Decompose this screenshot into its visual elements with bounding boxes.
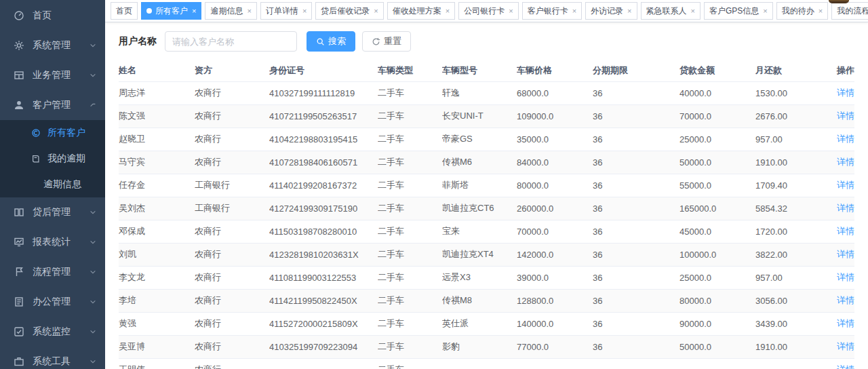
detail-link[interactable]: 详情 [837, 111, 854, 121]
close-icon[interactable]: × [691, 7, 695, 15]
sidebar-item-7[interactable]: 办公管理 [0, 287, 105, 317]
tab-12[interactable]: 我的流程× [831, 2, 868, 20]
sidebar-item-5[interactable]: 报表统计 [0, 227, 105, 257]
chart-icon [14, 237, 24, 248]
detail-link[interactable]: 详情 [837, 318, 854, 328]
table-cell: 3056.00 [755, 289, 829, 312]
table-cell: 410325199709223094 [269, 335, 378, 358]
table-row: 周志洋农商行410327199111112819二手车轩逸68000.03640… [119, 81, 854, 104]
search-field-label: 用户名称 [119, 35, 157, 47]
detail-link[interactable]: 详情 [837, 295, 854, 305]
tab-6[interactable]: 公司银行卡× [458, 2, 518, 20]
tab-7[interactable]: 客户银行卡× [522, 2, 582, 20]
close-icon[interactable]: × [247, 7, 251, 15]
sidebar-item-1[interactable]: 系统管理 [0, 31, 105, 60]
office-icon [14, 296, 24, 307]
table-row: 吴刘杰工商银行412724199309175190二手车凯迪拉克CT626000… [119, 197, 854, 220]
search-button[interactable]: 搜索 [307, 31, 355, 52]
sidebar-subitem-0[interactable]: 所有客户 [0, 120, 105, 146]
chevron-down-icon [89, 208, 97, 216]
table-cell: 马守宾 [119, 151, 195, 174]
tab-1[interactable]: 所有客户× [141, 2, 201, 20]
detail-link[interactable]: 详情 [837, 364, 854, 369]
sidebar-item-9[interactable]: 系统工具 [0, 347, 105, 369]
customers-table-wrap: 姓名资方身份证号车辆类型车辆型号车辆价格分期期限贷款金额月还款操作 周志洋农商行… [105, 60, 868, 369]
sidebar-item-8[interactable]: 系统监控 [0, 317, 105, 347]
table-cell [517, 358, 593, 369]
table-cell: 1720.00 [755, 220, 829, 243]
detail-link[interactable]: 详情 [837, 272, 854, 282]
table-cell-actions: 详情 [829, 81, 854, 104]
column-header: 车辆类型 [378, 60, 442, 81]
close-icon[interactable]: × [446, 7, 450, 15]
sidebar-item-label: 业务管理 [33, 69, 89, 81]
table-row: 马守宾农商行410728198406160571二手车传祺M684000.036… [119, 151, 854, 174]
tab-0[interactable]: 首页 [111, 2, 138, 20]
table-cell: 二手车 [378, 81, 442, 104]
tab-label: 订单详情 [266, 5, 298, 17]
close-icon[interactable]: × [302, 7, 307, 15]
table-cell: 36 [593, 174, 679, 197]
table-cell-actions: 详情 [829, 197, 854, 220]
avatar[interactable] [829, 0, 849, 3]
detail-link[interactable]: 详情 [837, 226, 854, 236]
detail-link[interactable]: 详情 [837, 180, 854, 190]
column-header: 操作 [829, 60, 854, 81]
sidebar-item-6[interactable]: 流程管理 [0, 257, 105, 287]
detail-link[interactable]: 详情 [837, 341, 854, 351]
tab-4[interactable]: 贷后催收记录× [315, 2, 383, 20]
table-cell: 36 [593, 151, 679, 174]
sidebar-item-label: 流程管理 [33, 266, 89, 278]
table-cell-actions: 详情 [829, 174, 854, 197]
table-cell-actions: 详情 [829, 220, 854, 243]
table-cell: 90000.0 [679, 312, 755, 335]
tab-5[interactable]: 催收处理方案× [387, 2, 455, 20]
table-cell-actions: 详情 [829, 312, 854, 335]
close-icon[interactable]: × [818, 7, 823, 15]
tab-label: 客户GPS信息 [709, 5, 759, 17]
detail-link[interactable]: 详情 [837, 157, 854, 167]
tab-10[interactable]: 客户GPS信息× [704, 2, 773, 20]
table-row: 王明伟农商行二手车详情 [119, 358, 854, 369]
detail-link[interactable]: 详情 [837, 203, 854, 213]
close-icon[interactable]: × [374, 7, 378, 15]
detail-link[interactable]: 详情 [837, 134, 854, 144]
table-cell: 农商行 [195, 289, 269, 312]
table-cell-actions: 详情 [829, 128, 854, 151]
sidebar-item-0[interactable]: 首页 [0, 1, 105, 31]
column-header: 车辆型号 [442, 60, 517, 81]
close-icon[interactable]: × [763, 7, 767, 15]
tab-2[interactable]: 逾期信息× [205, 2, 256, 20]
tab-label: 催收处理方案 [393, 5, 441, 17]
sidebar-subitem-2[interactable]: 逾期信息 [0, 172, 105, 197]
close-icon[interactable]: × [192, 7, 196, 15]
detail-link[interactable]: 详情 [837, 249, 854, 259]
column-header: 月还款 [755, 60, 829, 81]
table-cell: 3822.00 [755, 243, 829, 266]
close-icon[interactable]: × [509, 7, 513, 15]
chevron-down-icon [89, 298, 97, 306]
tab-8[interactable]: 外访记录× [585, 2, 637, 20]
table-cell: 957.00 [755, 128, 829, 151]
table-cell: 36 [593, 289, 679, 312]
sidebar-subitem-1[interactable]: 我的逾期 [0, 146, 105, 172]
chevron-down-icon [89, 268, 97, 276]
table-cell: 36 [593, 266, 679, 289]
table-cell: 二手车 [378, 104, 442, 128]
tab-3[interactable]: 订单详情× [260, 2, 312, 20]
reset-button[interactable]: 重置 [362, 31, 411, 52]
table-cell: 陈文强 [119, 104, 195, 128]
tab-11[interactable]: 我的待办× [776, 2, 828, 20]
close-icon[interactable]: × [627, 7, 631, 15]
table-cell: 25000.0 [679, 128, 755, 151]
tab-9[interactable]: 紧急联系人× [641, 2, 701, 20]
sidebar-item-2[interactable]: 业务管理 [0, 60, 105, 90]
table-row: 李培农商行41142119950822450X二手车传祺M8128800.036… [119, 289, 854, 312]
table-cell [593, 358, 679, 369]
close-icon[interactable]: × [572, 7, 576, 15]
sidebar-item-4[interactable]: 贷后管理 [0, 197, 105, 227]
detail-link[interactable]: 详情 [837, 88, 854, 98]
table-cell: 80000.0 [679, 289, 755, 312]
search-input[interactable] [165, 31, 297, 52]
sidebar-item-3[interactable]: 客户管理 [0, 90, 105, 120]
